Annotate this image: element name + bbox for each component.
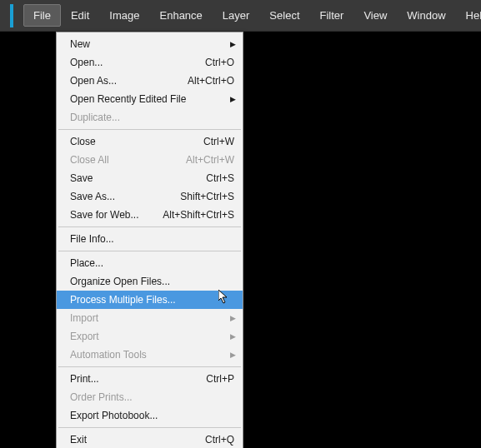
menu-window[interactable]: Window (397, 4, 455, 27)
menu-separator (58, 427, 241, 428)
menu-edit[interactable]: Edit (61, 4, 99, 27)
menu-item-file-info[interactable]: File Info... (57, 230, 243, 248)
menu-item-order-prints: Order Prints... (57, 388, 243, 406)
menu-separator (58, 366, 241, 367)
menu-item-new[interactable]: New▶ (57, 35, 243, 53)
menu-item-label: Close (70, 136, 96, 147)
menu-item-save-as[interactable]: Save As...Shift+Ctrl+S (57, 187, 243, 206)
menu-item-label: Print... (70, 373, 99, 385)
menu-file[interactable]: File (23, 4, 61, 27)
menu-item-print[interactable]: Print...Ctrl+P (57, 370, 243, 388)
menu-image[interactable]: Image (99, 4, 149, 27)
menu-item-organize-open-files[interactable]: Organize Open Files... (57, 272, 243, 291)
menu-item-open-recently-edited-file[interactable]: Open Recently Edited File▶ (57, 90, 243, 108)
menu-item-label: Open Recently Edited File (70, 93, 186, 105)
menu-item-label: Process Multiple Files... (70, 294, 176, 306)
submenu-arrow-icon: ▶ (230, 351, 236, 359)
menu-item-label: Close All (70, 154, 109, 166)
menu-item-label: Place... (70, 257, 103, 269)
menu-item-label: Order Prints... (70, 391, 133, 403)
menu-item-save[interactable]: SaveCtrl+S (57, 169, 243, 187)
menu-item-automation-tools: Automation Tools▶ (57, 346, 243, 364)
menu-item-label: New (70, 38, 90, 50)
menu-layer[interactable]: Layer (213, 4, 260, 27)
menu-item-label: Export Photobook... (70, 410, 158, 421)
menu-separator (58, 129, 241, 130)
menu-item-shortcut: Ctrl+P (206, 373, 234, 385)
menu-item-export-photobook[interactable]: Export Photobook... (57, 406, 243, 425)
menu-item-save-for-web[interactable]: Save for Web...Alt+Shift+Ctrl+S (57, 206, 243, 224)
menu-item-label: Automation Tools (70, 349, 147, 361)
menu-item-exit[interactable]: ExitCtrl+Q (57, 431, 243, 448)
menu-item-export: Export▶ (57, 327, 243, 346)
menu-separator (58, 251, 241, 251)
menu-view[interactable]: View (353, 4, 397, 27)
menu-item-shortcut: Shift+Ctrl+S (180, 191, 234, 202)
menu-item-label: Open... (70, 57, 103, 68)
menu-enhance[interactable]: Enhance (150, 4, 213, 27)
menu-item-open-as[interactable]: Open As...Alt+Ctrl+O (57, 72, 243, 90)
menubar: File Edit Image Enhance Layer Select Fil… (0, 0, 481, 32)
menu-item-label: File Info... (70, 233, 114, 245)
menu-select[interactable]: Select (259, 4, 309, 27)
menu-item-close-all: Close AllAlt+Ctrl+W (57, 151, 243, 169)
menu-item-shortcut: Ctrl+Q (205, 434, 234, 446)
menu-item-label: Save for Web... (70, 209, 138, 221)
menu-item-process-multiple-files[interactable]: Process Multiple Files... (57, 291, 243, 309)
menu-filter[interactable]: Filter (310, 4, 354, 27)
menu-item-import: Import▶ (57, 309, 243, 327)
menu-item-shortcut: Ctrl+W (203, 136, 234, 147)
file-dropdown: New▶Open...Ctrl+OOpen As...Alt+Ctrl+OOpe… (56, 32, 243, 448)
menu-item-label: Exit (70, 434, 87, 446)
submenu-arrow-icon: ▶ (230, 332, 236, 341)
menu-help[interactable]: Help (456, 4, 481, 27)
menu-item-label: Open As... (70, 75, 117, 87)
menu-item-duplicate: Duplicate... (57, 108, 243, 127)
menu-item-open[interactable]: Open...Ctrl+O (57, 53, 243, 72)
menu-item-shortcut: Ctrl+O (205, 57, 234, 68)
submenu-arrow-icon: ▶ (230, 95, 236, 103)
submenu-arrow-icon: ▶ (230, 314, 236, 322)
menu-item-label: Export (70, 331, 99, 342)
menu-item-label: Organize Open Files... (70, 276, 170, 287)
menu-item-label: Save As... (70, 191, 115, 202)
app-icon (10, 4, 13, 27)
menu-item-place[interactable]: Place... (57, 254, 243, 272)
menu-item-shortcut: Alt+Ctrl+O (188, 75, 234, 87)
menu-item-label: Import (70, 312, 98, 324)
menu-item-close[interactable]: CloseCtrl+W (57, 132, 243, 151)
menu-item-shortcut: Alt+Ctrl+W (186, 154, 234, 166)
menu-item-shortcut: Ctrl+S (206, 172, 234, 184)
menu-separator (58, 226, 241, 227)
menu-item-shortcut: Alt+Shift+Ctrl+S (163, 209, 234, 221)
menu-item-label: Duplicate... (70, 112, 120, 123)
menu-item-label: Save (70, 172, 93, 184)
submenu-arrow-icon: ▶ (230, 40, 236, 48)
